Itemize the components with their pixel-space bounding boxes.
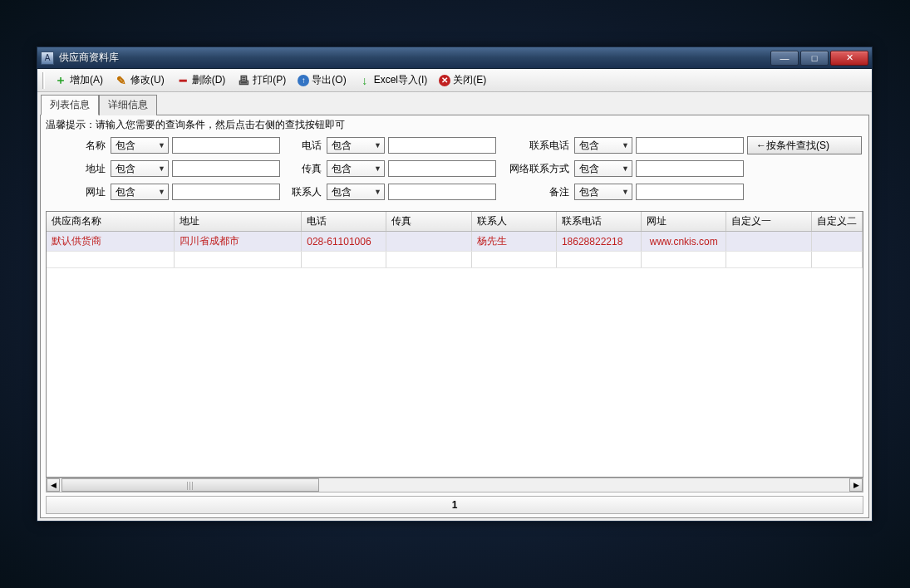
window-controls: — □ ✕ [770, 51, 868, 66]
export-label: 导出(O) [312, 73, 346, 87]
close-icon: ✕ [439, 75, 450, 86]
app-icon: A [41, 51, 54, 65]
maximize-button[interactable]: □ [800, 51, 829, 66]
edit-label: 修改(U) [130, 73, 165, 87]
cell-url [642, 252, 726, 268]
cell-cphone [556, 252, 641, 268]
name-op-select[interactable]: 包含▼ [111, 137, 169, 154]
chevron-down-icon: ▼ [374, 141, 381, 149]
print-button[interactable]: 🖶 打印(P) [234, 71, 288, 89]
chevron-down-icon: ▼ [622, 164, 629, 173]
cell-url: www.cnkis.com [642, 232, 726, 252]
horizontal-scrollbar[interactable]: ◀ ▶ [46, 478, 863, 492]
chevron-down-icon: ▼ [158, 188, 165, 196]
print-label: 打印(P) [253, 73, 286, 87]
cphone-label: 联系电话 [499, 139, 571, 153]
url-label: 网址 [47, 185, 107, 199]
cphone-input[interactable] [636, 137, 744, 154]
search-button[interactable]: ←按条件查找(S) [747, 136, 862, 154]
scroll-thumb[interactable] [61, 478, 319, 492]
col-fax[interactable]: 传真 [386, 212, 471, 232]
chevron-down-icon: ▼ [374, 188, 381, 196]
close-window-button[interactable]: ✕ [830, 51, 868, 66]
cell-contact: 杨先生 [471, 232, 556, 252]
col-custom2[interactable]: 自定义二 [811, 212, 862, 232]
cell-c2 [811, 252, 862, 268]
hint-text: 温馨提示：请输入您需要的查询条件，然后点击右侧的查找按钮即可 [41, 115, 868, 135]
scroll-right-icon[interactable]: ▶ [849, 478, 863, 492]
table-row[interactable] [47, 252, 863, 268]
scroll-left-icon[interactable]: ◀ [47, 478, 60, 492]
cell-addr: 四川省成都市 [174, 232, 301, 252]
supplier-window: A 供应商资料库 — □ ✕ ＋ 增加(A) ✎ 修改(U) ━ 删除(D) 🖶… [37, 47, 873, 522]
excel-import-button[interactable]: ↓ Excel导入(I) [356, 71, 430, 89]
plus-icon: ＋ [54, 74, 67, 87]
col-url[interactable]: 网址 [642, 212, 726, 232]
grip-icon [187, 482, 194, 490]
remark-op-select[interactable]: 包含▼ [574, 184, 632, 200]
cell-name: 默认供货商 [47, 232, 174, 252]
tab-list[interactable]: 列表信息 [41, 95, 99, 115]
delete-button[interactable]: ━ 删除(D) [174, 71, 229, 89]
contact-input[interactable] [388, 184, 496, 200]
table-header-row: 供应商名称 地址 电话 传真 联系人 联系电话 网址 自定义一 自定义二 [47, 212, 863, 232]
export-button[interactable]: ↑ 导出(O) [295, 71, 348, 89]
data-table-wrap: 供应商名称 地址 电话 传真 联系人 联系电话 网址 自定义一 自定义二 默认供… [46, 211, 863, 478]
cell-c1 [726, 252, 811, 268]
close-button[interactable]: ✕ 关闭(E) [436, 71, 489, 89]
url-input[interactable] [172, 184, 280, 200]
contact-op-select[interactable]: 包含▼ [327, 184, 385, 200]
net-input[interactable] [636, 160, 744, 177]
phone-input[interactable] [388, 137, 496, 154]
remark-label: 备注 [499, 185, 571, 199]
col-address[interactable]: 地址 [174, 212, 301, 232]
add-button[interactable]: ＋ 增加(A) [52, 71, 106, 89]
name-input[interactable] [172, 137, 280, 154]
close-label: 关闭(E) [453, 73, 486, 87]
delete-label: 删除(D) [192, 73, 226, 87]
col-contact-phone[interactable]: 联系电话 [556, 212, 641, 232]
edit-button[interactable]: ✎ 修改(U) [112, 71, 167, 89]
addr-op-select[interactable]: 包含▼ [111, 160, 169, 177]
tab-strip: 列表信息 详细信息 [37, 92, 872, 115]
toolbar-grip [42, 72, 45, 89]
remark-input[interactable] [636, 184, 744, 200]
chevron-down-icon: ▼ [374, 164, 381, 173]
table-row[interactable]: 默认供货商 四川省成都市 028-61101006 杨先生 1862882221… [47, 232, 863, 252]
addr-input[interactable] [172, 160, 280, 177]
fax-op-select[interactable]: 包含▼ [327, 160, 385, 177]
fax-input[interactable] [388, 160, 496, 177]
chevron-down-icon: ▼ [158, 141, 165, 149]
cell-fax [386, 232, 471, 252]
chevron-down-icon: ▼ [622, 141, 629, 149]
net-op-select[interactable]: 包含▼ [574, 160, 632, 177]
cell-phone: 028-61101006 [302, 232, 386, 252]
cell-c1 [726, 232, 811, 252]
up-arrow-icon: ↑ [298, 75, 309, 86]
cell-c2 [811, 232, 862, 252]
net-label: 网络联系方式 [499, 162, 571, 176]
add-label: 增加(A) [70, 73, 103, 87]
contact-label: 联系人 [283, 185, 323, 199]
col-phone[interactable]: 电话 [302, 212, 386, 232]
pager[interactable]: 1 [46, 496, 863, 514]
titlebar[interactable]: A 供应商资料库 — □ ✕ [37, 47, 872, 69]
minus-icon: ━ [176, 74, 189, 87]
col-contact[interactable]: 联系人 [471, 212, 556, 232]
col-custom1[interactable]: 自定义一 [726, 212, 811, 232]
toolbar: ＋ 增加(A) ✎ 修改(U) ━ 删除(D) 🖶 打印(P) ↑ 导出(O) … [37, 69, 872, 92]
tab-detail[interactable]: 详细信息 [99, 95, 157, 115]
data-table: 供应商名称 地址 电话 传真 联系人 联系电话 网址 自定义一 自定义二 默认供… [47, 212, 863, 268]
cell-contact [471, 252, 556, 268]
cell-name [47, 252, 174, 268]
phone-label: 电话 [283, 139, 323, 153]
url-op-select[interactable]: 包含▼ [111, 184, 169, 200]
cell-phone [302, 252, 386, 268]
cphone-op-select[interactable]: 包含▼ [574, 137, 632, 154]
phone-op-select[interactable]: 包含▼ [327, 137, 385, 154]
minimize-button[interactable]: — [770, 51, 799, 66]
col-supplier-name[interactable]: 供应商名称 [47, 212, 174, 232]
print-icon: 🖶 [237, 74, 250, 87]
down-arrow-icon: ↓ [358, 74, 371, 87]
content-panel: 温馨提示：请输入您需要的查询条件，然后点击右侧的查找按钮即可 名称 包含▼ 电话… [40, 115, 869, 518]
